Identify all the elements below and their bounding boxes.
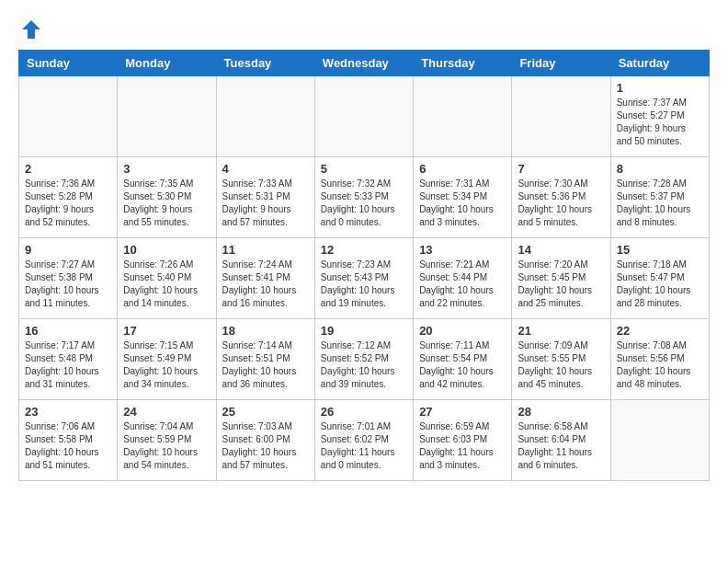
week-row-3: 9Sunrise: 7:27 AM Sunset: 5:38 PM Daylig… xyxy=(19,238,710,319)
week-row-5: 23Sunrise: 7:06 AM Sunset: 5:58 PM Dayli… xyxy=(19,400,710,481)
week-row-1: 1Sunrise: 7:37 AM Sunset: 5:27 PM Daylig… xyxy=(19,76,710,157)
day-info: Sunrise: 7:18 AM Sunset: 5:47 PM Dayligh… xyxy=(617,259,703,310)
calendar-cell: 28Sunrise: 6:58 AM Sunset: 6:04 PM Dayli… xyxy=(512,400,610,481)
calendar-cell: 19Sunrise: 7:12 AM Sunset: 5:52 PM Dayli… xyxy=(314,319,413,400)
calendar-cell: 12Sunrise: 7:23 AM Sunset: 5:43 PM Dayli… xyxy=(314,238,413,319)
calendar-cell: 17Sunrise: 7:15 AM Sunset: 5:49 PM Dayli… xyxy=(118,319,216,400)
day-number: 1 xyxy=(617,81,703,95)
day-info: Sunrise: 7:12 AM Sunset: 5:52 PM Dayligh… xyxy=(321,339,407,391)
day-info: Sunrise: 7:11 AM Sunset: 5:54 PM Dayligh… xyxy=(419,339,506,391)
day-info: Sunrise: 7:32 AM Sunset: 5:33 PM Dayligh… xyxy=(321,178,407,229)
calendar-cell: 21Sunrise: 7:09 AM Sunset: 5:55 PM Dayli… xyxy=(512,319,610,400)
day-info: Sunrise: 7:03 AM Sunset: 6:00 PM Dayligh… xyxy=(222,420,309,472)
day-number: 9 xyxy=(25,243,111,257)
calendar-cell xyxy=(512,76,610,157)
day-number: 13 xyxy=(419,243,506,257)
calendar-cell: 7Sunrise: 7:30 AM Sunset: 5:36 PM Daylig… xyxy=(512,157,610,238)
day-info: Sunrise: 7:08 AM Sunset: 5:56 PM Dayligh… xyxy=(617,339,703,391)
calendar-cell: 15Sunrise: 7:18 AM Sunset: 5:47 PM Dayli… xyxy=(610,238,709,319)
day-info: Sunrise: 7:31 AM Sunset: 5:34 PM Dayligh… xyxy=(419,178,506,229)
day-info: Sunrise: 7:06 AM Sunset: 5:58 PM Dayligh… xyxy=(25,420,111,472)
day-number: 23 xyxy=(25,405,111,419)
svg-marker-0 xyxy=(22,20,40,39)
calendar-cell xyxy=(610,400,709,481)
weekday-header-friday: Friday xyxy=(512,51,610,76)
weekday-header-saturday: Saturday xyxy=(610,51,709,76)
day-info: Sunrise: 7:24 AM Sunset: 5:41 PM Dayligh… xyxy=(222,259,309,310)
calendar-cell: 24Sunrise: 7:04 AM Sunset: 5:59 PM Dayli… xyxy=(118,400,216,481)
day-number: 21 xyxy=(518,324,604,338)
calendar-table: SundayMondayTuesdayWednesdayThursdayFrid… xyxy=(18,50,710,481)
calendar-cell: 1Sunrise: 7:37 AM Sunset: 5:27 PM Daylig… xyxy=(610,76,709,157)
day-number: 25 xyxy=(222,405,309,419)
calendar-cell: 26Sunrise: 7:01 AM Sunset: 6:02 PM Dayli… xyxy=(314,400,413,481)
day-number: 27 xyxy=(419,405,506,419)
calendar-cell: 27Sunrise: 6:59 AM Sunset: 6:03 PM Dayli… xyxy=(414,400,512,481)
day-info: Sunrise: 7:26 AM Sunset: 5:40 PM Dayligh… xyxy=(123,259,210,310)
day-number: 3 xyxy=(123,162,210,176)
day-info: Sunrise: 7:27 AM Sunset: 5:38 PM Dayligh… xyxy=(25,259,111,310)
calendar-cell: 20Sunrise: 7:11 AM Sunset: 5:54 PM Dayli… xyxy=(414,319,512,400)
calendar-cell: 13Sunrise: 7:21 AM Sunset: 5:44 PM Dayli… xyxy=(414,238,512,319)
day-number: 20 xyxy=(419,324,506,338)
day-info: Sunrise: 7:09 AM Sunset: 5:55 PM Dayligh… xyxy=(518,339,604,391)
calendar-cell: 8Sunrise: 7:28 AM Sunset: 5:37 PM Daylig… xyxy=(610,157,709,238)
day-info: Sunrise: 7:01 AM Sunset: 6:02 PM Dayligh… xyxy=(321,420,407,472)
day-info: Sunrise: 7:21 AM Sunset: 5:44 PM Dayligh… xyxy=(419,259,506,310)
day-number: 10 xyxy=(123,243,210,257)
day-number: 8 xyxy=(617,162,703,176)
day-number: 6 xyxy=(419,162,506,176)
day-info: Sunrise: 6:58 AM Sunset: 6:04 PM Dayligh… xyxy=(518,420,604,472)
day-number: 19 xyxy=(321,324,407,338)
calendar-cell: 11Sunrise: 7:24 AM Sunset: 5:41 PM Dayli… xyxy=(216,238,314,319)
calendar-cell xyxy=(216,76,314,157)
calendar-cell: 4Sunrise: 7:33 AM Sunset: 5:31 PM Daylig… xyxy=(216,157,314,238)
day-number: 24 xyxy=(123,405,210,419)
calendar-cell xyxy=(19,76,118,157)
week-row-2: 2Sunrise: 7:36 AM Sunset: 5:28 PM Daylig… xyxy=(19,157,710,238)
day-info: Sunrise: 6:59 AM Sunset: 6:03 PM Dayligh… xyxy=(419,420,506,472)
day-number: 22 xyxy=(617,324,703,338)
calendar-cell: 22Sunrise: 7:08 AM Sunset: 5:56 PM Dayli… xyxy=(610,319,709,400)
weekday-header-sunday: Sunday xyxy=(19,51,118,76)
day-number: 2 xyxy=(25,162,111,176)
day-info: Sunrise: 7:14 AM Sunset: 5:51 PM Dayligh… xyxy=(222,339,309,391)
day-number: 7 xyxy=(518,162,604,176)
day-info: Sunrise: 7:30 AM Sunset: 5:36 PM Dayligh… xyxy=(518,178,604,229)
calendar-cell: 18Sunrise: 7:14 AM Sunset: 5:51 PM Dayli… xyxy=(216,319,314,400)
day-info: Sunrise: 7:23 AM Sunset: 5:43 PM Dayligh… xyxy=(321,259,407,310)
page-header xyxy=(18,18,710,40)
calendar-cell: 16Sunrise: 7:17 AM Sunset: 5:48 PM Dayli… xyxy=(19,319,118,400)
logo-icon xyxy=(20,18,42,40)
day-number: 11 xyxy=(222,243,309,257)
day-info: Sunrise: 7:28 AM Sunset: 5:37 PM Dayligh… xyxy=(617,178,703,229)
day-info: Sunrise: 7:17 AM Sunset: 5:48 PM Dayligh… xyxy=(25,339,111,391)
weekday-header-thursday: Thursday xyxy=(414,51,512,76)
calendar-cell: 2Sunrise: 7:36 AM Sunset: 5:28 PM Daylig… xyxy=(19,157,118,238)
day-info: Sunrise: 7:15 AM Sunset: 5:49 PM Dayligh… xyxy=(123,339,210,391)
day-number: 26 xyxy=(321,405,407,419)
day-number: 18 xyxy=(222,324,309,338)
day-number: 4 xyxy=(222,162,309,176)
day-number: 17 xyxy=(123,324,210,338)
day-info: Sunrise: 7:36 AM Sunset: 5:28 PM Dayligh… xyxy=(25,178,111,229)
logo xyxy=(18,18,42,40)
day-info: Sunrise: 7:37 AM Sunset: 5:27 PM Dayligh… xyxy=(617,97,703,148)
day-info: Sunrise: 7:20 AM Sunset: 5:45 PM Dayligh… xyxy=(518,259,604,310)
calendar-cell: 25Sunrise: 7:03 AM Sunset: 6:00 PM Dayli… xyxy=(216,400,314,481)
day-number: 28 xyxy=(518,405,604,419)
calendar-cell: 23Sunrise: 7:06 AM Sunset: 5:58 PM Dayli… xyxy=(19,400,118,481)
calendar-cell: 5Sunrise: 7:32 AM Sunset: 5:33 PM Daylig… xyxy=(314,157,413,238)
calendar-cell: 3Sunrise: 7:35 AM Sunset: 5:30 PM Daylig… xyxy=(118,157,216,238)
day-info: Sunrise: 7:35 AM Sunset: 5:30 PM Dayligh… xyxy=(123,178,210,229)
calendar-cell: 10Sunrise: 7:26 AM Sunset: 5:40 PM Dayli… xyxy=(118,238,216,319)
weekday-header-wednesday: Wednesday xyxy=(314,51,413,76)
day-info: Sunrise: 7:33 AM Sunset: 5:31 PM Dayligh… xyxy=(222,178,309,229)
day-number: 5 xyxy=(321,162,407,176)
day-number: 14 xyxy=(518,243,604,257)
calendar-cell: 9Sunrise: 7:27 AM Sunset: 5:38 PM Daylig… xyxy=(19,238,118,319)
week-row-4: 16Sunrise: 7:17 AM Sunset: 5:48 PM Dayli… xyxy=(19,319,710,400)
weekday-header-monday: Monday xyxy=(118,51,216,76)
calendar-cell xyxy=(414,76,512,157)
calendar-cell xyxy=(314,76,413,157)
